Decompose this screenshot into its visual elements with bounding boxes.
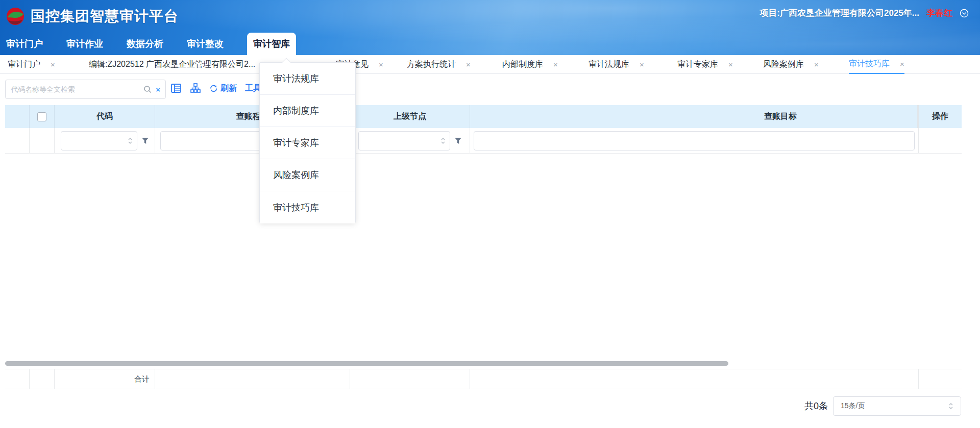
select-spinner-icon	[440, 137, 446, 144]
tab-audit-skills[interactable]: 审计技巧库 ×	[849, 55, 904, 74]
tab-plan-exec-stats[interactable]: 方案执行统计 ×	[407, 55, 471, 74]
tab-audit-laws[interactable]: 审计法规库 ×	[589, 55, 644, 74]
close-icon[interactable]: ×	[51, 60, 55, 69]
refresh-icon	[209, 84, 218, 93]
total-count: 共0条	[804, 396, 828, 416]
close-icon[interactable]: ×	[553, 60, 558, 69]
table-empty-area	[0, 154, 980, 361]
tab-risk-cases[interactable]: 风险案例库 ×	[763, 55, 819, 74]
close-icon[interactable]: ×	[728, 60, 733, 69]
refresh-label: 刷新	[220, 83, 237, 94]
tab-audit-experts[interactable]: 审计专家库 ×	[677, 55, 733, 74]
main-nav: 审计门户 审计作业 数据分析 审计整改 审计智库	[0, 33, 313, 55]
filter-funnel-icon[interactable]	[454, 137, 462, 144]
menu-item-internal-rules[interactable]: 内部制度库	[260, 95, 355, 127]
close-icon[interactable]: ×	[466, 60, 471, 69]
col-header-parent[interactable]: 上级节点	[350, 105, 470, 128]
tab-audit-portal[interactable]: 审计门户 ×	[8, 55, 55, 74]
nav-item-audit-portal[interactable]: 审计门户	[6, 33, 43, 55]
code-filter-select[interactable]	[61, 131, 137, 150]
tab-edit-project[interactable]: 编辑:ZJ202512 广西农垦企业管理有限公司2... ×	[89, 55, 270, 74]
nav-item-audit-work[interactable]: 审计作业	[66, 33, 103, 55]
app-header: 国控集团智慧审计平台 项目:广西农垦企业管理有限公司2025年... 李春红 审…	[0, 0, 980, 55]
search-icon[interactable]	[143, 85, 152, 93]
app-logo-icon	[6, 7, 24, 26]
project-label: 项目:广西农垦企业管理有限公司2025年...	[760, 7, 919, 19]
select-spinner-icon	[948, 402, 953, 410]
menu-item-risk-cases[interactable]: 风险案例库	[260, 159, 355, 191]
close-icon[interactable]: ×	[900, 60, 904, 68]
menu-item-audit-experts[interactable]: 审计专家库	[260, 127, 355, 159]
select-all-checkbox[interactable]	[37, 112, 46, 121]
col-header-code[interactable]: 代码	[55, 105, 155, 128]
filter-funnel-icon[interactable]	[141, 137, 149, 144]
audit-knowledge-dropdown-menu: 审计法规库 内部制度库 审计专家库 风险案例库 审计技巧库	[259, 62, 356, 223]
clear-search-icon[interactable]: ×	[156, 85, 160, 94]
nav-item-audit-rectify[interactable]: 审计整改	[187, 33, 224, 55]
close-icon[interactable]: ×	[379, 60, 383, 69]
summary-label: 合计	[55, 369, 155, 389]
col-header-target[interactable]: 查账目标	[470, 105, 917, 128]
filter-row	[5, 128, 962, 154]
tab-internal-rules[interactable]: 内部制度库 ×	[502, 55, 558, 74]
tab-bar: 审计门户 × 编辑:ZJ202512 广西农垦企业管理有限公司2... × 审计…	[0, 55, 980, 74]
row-number-header	[5, 105, 30, 128]
user-name[interactable]: 李春红	[926, 7, 952, 19]
menu-item-audit-skills[interactable]: 审计技巧库	[260, 191, 355, 223]
select-all-header	[30, 105, 55, 128]
summary-row: 合计	[5, 369, 962, 389]
search-input[interactable]	[11, 85, 143, 93]
close-icon[interactable]: ×	[640, 60, 644, 69]
toolbar: × 刷新 工具	[0, 74, 980, 105]
target-filter-input[interactable]	[474, 131, 915, 150]
table-view-icon[interactable]	[170, 83, 182, 94]
horizontal-scrollbar-thumb[interactable]	[5, 361, 728, 366]
page-title: 国控集团智慧审计平台	[31, 7, 179, 26]
col-header-actions: 操作	[919, 105, 962, 128]
table-header-row: 代码 查账程序 上级节点 查账目标 操作	[5, 105, 962, 128]
tree-view-icon[interactable]	[190, 83, 201, 94]
nav-item-audit-knowledge[interactable]: 审计智库	[247, 33, 296, 55]
page-size-select[interactable]: 15条/页	[833, 396, 961, 416]
data-table: 代码 查账程序 上级节点 查账目标 操作	[5, 105, 962, 154]
menu-item-audit-laws[interactable]: 审计法规库	[260, 63, 355, 95]
select-spinner-icon	[128, 137, 133, 144]
nav-item-data-analysis[interactable]: 数据分析	[127, 33, 163, 55]
close-icon[interactable]: ×	[814, 60, 819, 69]
refresh-button[interactable]: 刷新	[209, 83, 237, 94]
search-box: ×	[5, 80, 166, 99]
parent-node-filter-select[interactable]	[358, 131, 450, 150]
user-menu-chevron-icon[interactable]	[960, 9, 969, 18]
pagination-bar: 共0条 15条/页	[0, 389, 980, 425]
